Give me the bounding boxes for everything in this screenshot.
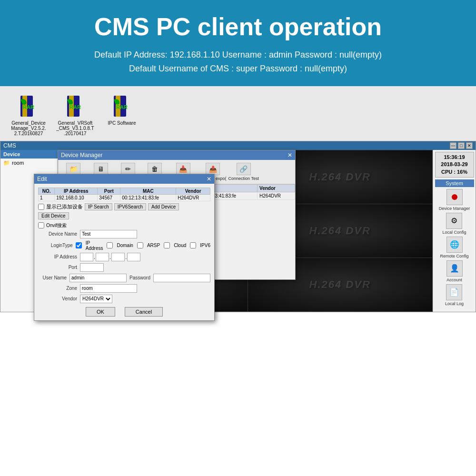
edit-col-vendor: Vendor: [176, 188, 210, 194]
cloud-option: Cloud: [174, 243, 186, 248]
login-type-group: IP Address Domain ARSP Cloud IPV6: [76, 240, 210, 251]
sidebar-item-label: room: [12, 160, 24, 166]
edit-cell-no: 1: [39, 194, 55, 201]
device-manager-titlebar: Device Manager ✕: [58, 150, 295, 160]
connection-test-icon: 🔗: [237, 163, 251, 175]
domain-option: Domain: [117, 243, 133, 248]
system-label: System: [435, 179, 474, 187]
username-row: User Name Password: [38, 274, 210, 282]
ip-address-option: IP Address: [86, 240, 103, 251]
local-log-icon: 📄: [446, 284, 462, 300]
ip-seg-4[interactable]: [127, 253, 140, 261]
ip-input-group: . . .: [80, 253, 140, 261]
username-input[interactable]: [69, 274, 127, 282]
maximize-button[interactable]: □: [458, 142, 465, 149]
port-label: Port: [38, 265, 77, 270]
account-icon: 👤: [446, 260, 463, 277]
cms-titlebar-buttons: — □ ✕: [450, 142, 473, 149]
cell-vendor: H264DVR: [258, 192, 295, 199]
ok-button[interactable]: OK: [86, 307, 115, 317]
cms-sidebar-header: Device: [0, 150, 62, 159]
local-log-button[interactable]: 📄 Local Log: [445, 284, 464, 306]
clock-cpu: CPU : 16%: [436, 169, 473, 176]
onvif-label: Onvif搜索: [46, 222, 67, 229]
edit-device-button[interactable]: Edit Device: [38, 212, 69, 219]
col-vendor: Vendor: [258, 184, 295, 192]
close-button[interactable]: ✕: [466, 142, 473, 149]
banner: CMS PC client operation Default IP Addre…: [0, 0, 476, 86]
cms-content: Device 📁 room H.264 DVR H.264 DVR H.264 …: [0, 150, 476, 312]
account-button[interactable]: 👤 Account: [446, 260, 463, 282]
vendor-select[interactable]: H264DVR: [80, 295, 112, 303]
device-manager-icon: [446, 189, 463, 205]
cms-window-title: CMS: [3, 142, 16, 149]
local-config-button[interactable]: ⚙ Local Config: [442, 213, 466, 235]
edit-cell-ip: 192.168.0.10: [55, 194, 98, 201]
edit-dialog: Edit ✕ NO. IP Address Port MAC Vendor: [34, 174, 215, 321]
minimize-button[interactable]: —: [450, 142, 456, 149]
username-label: User Name: [38, 275, 67, 280]
add-device-dialog-button[interactable]: Add Device: [148, 203, 179, 210]
desktop-icon-label-1: General_VRSoft _CMS_V3.1.0.8.T .20170417: [56, 120, 94, 136]
connection-test-button[interactable]: 🔗 Connection Test: [228, 163, 259, 181]
clock-date: 2018-03-29: [436, 161, 473, 168]
zone-input[interactable]: [80, 284, 137, 293]
device-manager-label: Device Manager: [439, 206, 470, 211]
device-name-row: Device Name: [38, 230, 210, 238]
ip-address-radio[interactable]: [76, 242, 82, 248]
device-name-input[interactable]: [80, 230, 137, 238]
cms-clock: 15:36:19 2018-03-29 CPU : 16%: [435, 152, 474, 178]
account-label: Account: [446, 278, 462, 282]
domain-radio[interactable]: [107, 242, 113, 248]
dot-3: .: [125, 254, 127, 260]
clock-time: 15:36:19: [436, 154, 473, 161]
zone-label: Zone: [38, 286, 77, 291]
winrar-icon-0: RAR: [17, 95, 40, 119]
dot-2: .: [109, 254, 111, 260]
remote-config-label: Remote Config: [440, 254, 468, 258]
password-label: Password: [129, 275, 150, 280]
zone-row: Zone: [38, 284, 210, 293]
desktop-icon-label-2: IPC Software: [108, 120, 136, 126]
edit-cell-port: 34567: [98, 194, 120, 201]
ip-search-button[interactable]: IP Search: [85, 203, 112, 210]
password-input[interactable]: [153, 274, 210, 282]
show-added-checkbox[interactable]: [38, 204, 44, 210]
edit-close-button[interactable]: ✕: [207, 176, 211, 182]
device-manager-title: Device Manager: [61, 152, 102, 159]
device-manager-button[interactable]: Device Manager: [439, 189, 470, 211]
port-input[interactable]: [80, 263, 104, 272]
dot-1: .: [94, 254, 95, 260]
desktop-icon-0[interactable]: RAR General_Device Manage_V2.5.2. 2.T.20…: [10, 95, 48, 136]
sidebar-item-room[interactable]: 📁 room: [0, 159, 62, 168]
ip-seg-2[interactable]: [96, 253, 109, 261]
arsp-radio[interactable]: [137, 242, 143, 248]
login-type-row: LoginType IP Address Domain ARSP Cloud I…: [38, 240, 210, 251]
ip-label: IP Address: [38, 254, 77, 259]
device-manager-close[interactable]: ✕: [288, 152, 292, 159]
ipv6-search-button[interactable]: IPV6Search: [114, 203, 146, 210]
red-dot: [452, 194, 457, 200]
onvif-checkbox[interactable]: [38, 222, 44, 228]
cancel-button[interactable]: Cancel: [125, 307, 163, 317]
remote-config-button[interactable]: 🌐 Remote Config: [440, 237, 468, 258]
edit-search-bar: 显示已添加设备 IP Search IPV6Search Add Device …: [38, 203, 210, 219]
desktop-icon-1[interactable]: RAR General_VRSoft _CMS_V3.1.0.8.T .2017…: [56, 95, 94, 136]
banner-info-line2: Default Username of CMS : super Password…: [10, 62, 466, 76]
cloud-radio[interactable]: [164, 242, 170, 248]
remote-config-icon: 🌐: [446, 237, 463, 253]
vendor-label: Vendor: [38, 296, 77, 301]
ipv6-radio[interactable]: [190, 242, 196, 248]
banner-info-line1: Default IP Address: 192.168.1.10 Usernam…: [10, 48, 466, 62]
edit-table-row[interactable]: 1 192.168.0.10 34567 00:12:13:41:83:fe H…: [39, 194, 210, 201]
winrar-icon-2: RAR: [110, 95, 134, 119]
desktop-icon-label-0: General_Device Manage_V2.5.2. 2.T.201608…: [10, 120, 48, 136]
desktop-icon-2[interactable]: RAR IPC Software: [103, 95, 141, 126]
cms-titlebar: CMS — □ ✕: [0, 141, 476, 150]
ip-seg-3[interactable]: [111, 253, 125, 261]
ip-seg-1[interactable]: [80, 253, 93, 261]
local-config-label: Local Config: [442, 230, 466, 235]
edit-col-ip: IP Address: [55, 188, 98, 194]
port-row: Port: [38, 263, 210, 272]
edit-cell-vendor: H264DVR: [176, 194, 210, 201]
